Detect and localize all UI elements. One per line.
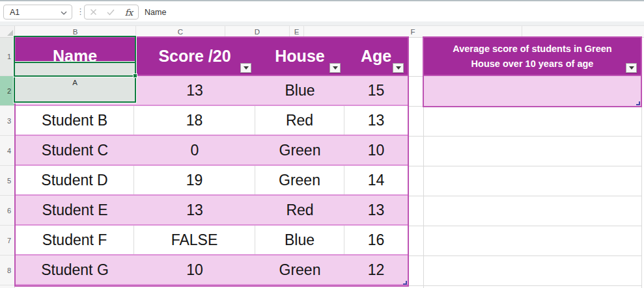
filter-chevron-icon: [396, 66, 401, 70]
cell-C8[interactable]: Green: [255, 255, 344, 284]
column-header-f[interactable]: F: [304, 26, 522, 37]
cell-D2[interactable]: 15: [344, 76, 408, 105]
cell-C7[interactable]: Blue: [255, 226, 344, 254]
cell-B8[interactable]: 10: [134, 255, 255, 284]
cell-F2[interactable]: [424, 76, 641, 106]
column-header-c[interactable]: C: [136, 26, 225, 37]
select-all-corner[interactable]: [0, 26, 15, 37]
name-box-chevron-icon[interactable]: [61, 8, 67, 17]
table-row: Student A 13 Blue 15: [16, 76, 408, 106]
gridline: [409, 76, 423, 77]
gridline: [409, 226, 423, 226]
gridline: [423, 226, 641, 226]
cell-reference-label: A1: [10, 8, 20, 17]
cell-A5[interactable]: Student D: [16, 166, 134, 194]
table-row: Student G 10 Green 12: [16, 255, 408, 285]
formula-value: Name: [145, 8, 166, 17]
cell-C4[interactable]: Green: [255, 136, 344, 164]
header-cell-age[interactable]: Age: [344, 38, 408, 75]
cell-C2[interactable]: Blue: [255, 76, 344, 105]
row-header-4[interactable]: 4: [0, 136, 15, 166]
formula-bar-divider: [0, 21, 644, 26]
cell-D3[interactable]: 13: [344, 106, 408, 135]
cell-A6[interactable]: Student E: [16, 196, 134, 224]
cell-D8[interactable]: 12: [344, 255, 408, 284]
cell-B4[interactable]: 0: [134, 136, 255, 164]
cell-A8[interactable]: Student G: [16, 255, 134, 284]
cell-C6[interactable]: Red: [255, 196, 344, 224]
row-header-2[interactable]: 2: [0, 76, 15, 106]
table-resize-handle[interactable]: [636, 101, 640, 105]
cell-D7[interactable]: 16: [344, 226, 408, 254]
cancel-icon[interactable]: [90, 7, 97, 18]
filter-button-name[interactable]: [117, 61, 128, 71]
cell-A3[interactable]: Student B: [16, 106, 134, 135]
gridline: [409, 136, 423, 137]
fill-handle[interactable]: [133, 73, 137, 78]
cell-C5[interactable]: Green: [255, 166, 344, 194]
cell-B7[interactable]: FALSE: [134, 226, 255, 254]
gridline: [409, 106, 423, 107]
header-label-score: Score /20: [158, 47, 231, 66]
formula-bar: A1 ⋮ fx Name: [0, 0, 644, 21]
table-resize-handle[interactable]: [403, 281, 407, 285]
table-row: Student F FALSE Blue 16: [16, 226, 408, 255]
cell-D5[interactable]: 14: [344, 166, 408, 194]
student-table: Name Score /20 House Age Student A 13 Bl…: [14, 36, 409, 287]
filter-chevron-icon: [120, 64, 125, 68]
column-header-d[interactable]: D: [225, 26, 290, 37]
row-header-9-stub[interactable]: [0, 285, 15, 288]
filter-button-house[interactable]: [329, 63, 341, 73]
column-header-b[interactable]: B: [15, 26, 136, 37]
cell-A4[interactable]: Student C: [16, 136, 134, 164]
gridline: [409, 196, 423, 196]
cell-B3[interactable]: 18: [134, 106, 255, 135]
cell-C3[interactable]: Red: [255, 106, 344, 135]
enter-icon[interactable]: [107, 7, 115, 18]
cell-D6[interactable]: 13: [344, 196, 408, 224]
insert-function-icon[interactable]: fx: [125, 7, 133, 18]
row-header-7[interactable]: 7: [0, 226, 15, 255]
row-header-column: 1 2 3 4 5 6 7 8: [0, 38, 15, 288]
cell-A7[interactable]: Student F: [16, 226, 134, 254]
cell-A2[interactable]: Student A: [16, 76, 134, 105]
row-header-6[interactable]: 6: [0, 196, 15, 226]
filter-button-age[interactable]: [393, 63, 404, 73]
row-header-3[interactable]: 3: [0, 106, 15, 136]
filter-button-summary[interactable]: [626, 63, 637, 73]
header-label-house: House: [275, 47, 324, 66]
spreadsheet-app: A1 ⋮ fx Name A B C D E F 1: [0, 0, 644, 288]
cell-B6[interactable]: 13: [134, 196, 255, 224]
column-header-e[interactable]: E: [290, 26, 304, 37]
summary-header-cell[interactable]: Average score of students in Green House…: [424, 38, 641, 76]
filter-chevron-icon: [629, 66, 634, 70]
filter-chevron-icon: [244, 66, 249, 70]
header-cell-name[interactable]: Name: [16, 38, 134, 75]
gridline: [409, 255, 423, 256]
table-row: Student D 19 Green 14: [16, 166, 408, 196]
gridline: [423, 107, 424, 288]
row-header-8[interactable]: 8: [0, 255, 15, 285]
formula-input[interactable]: Name: [145, 5, 640, 20]
column-header-stub: [522, 26, 525, 37]
table-row: Student C 0 Green 10: [16, 136, 408, 166]
summary-table: Average score of students in Green House…: [423, 36, 642, 107]
table-row: Student B 18 Red 13: [16, 106, 408, 136]
header-label-name: Name: [53, 47, 97, 66]
header-cell-house[interactable]: House: [255, 38, 344, 75]
row-header-1[interactable]: 1: [0, 38, 15, 76]
header-cell-score[interactable]: Score /20: [134, 38, 255, 75]
gridline: [423, 166, 641, 166]
select-all-triangle-icon: [7, 30, 13, 36]
row-header-5[interactable]: 5: [0, 166, 15, 196]
cell-D4[interactable]: 10: [344, 136, 408, 164]
name-box[interactable]: A1: [3, 5, 72, 20]
gridline: [423, 136, 641, 137]
filter-button-score[interactable]: [240, 63, 251, 73]
cell-B5[interactable]: 19: [134, 166, 255, 194]
filter-chevron-icon: [333, 66, 338, 70]
table-row: Student E 13 Red 13: [16, 196, 408, 226]
gridline: [409, 166, 423, 166]
cell-B2[interactable]: 13: [134, 76, 255, 105]
gridline: [423, 285, 641, 286]
